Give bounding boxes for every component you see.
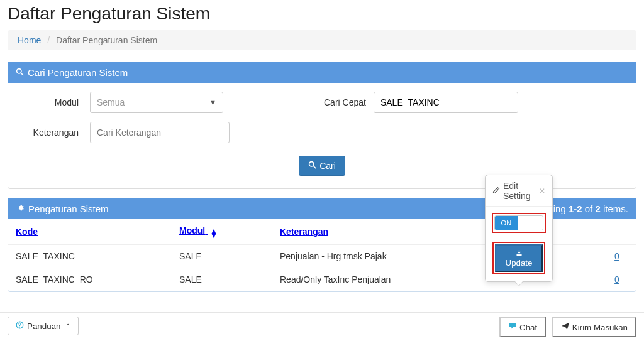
nilai-link[interactable]: 0	[614, 251, 619, 261]
edit-setting-popover: Edit Setting ✕ ON Update	[485, 175, 553, 282]
search-button[interactable]: Cari	[299, 156, 345, 176]
modul-select[interactable]: Semua ▼	[90, 92, 223, 113]
col-modul[interactable]: Modul ▲▼	[179, 225, 218, 235]
toggle-off-area	[518, 216, 543, 230]
cari-cepat-label: Cari Cepat	[324, 97, 374, 107]
cell-kode: SALE_TAXINC	[8, 245, 172, 268]
update-button[interactable]: Update	[495, 244, 543, 272]
search-panel-title: Cari Pengaturan Sistem	[28, 67, 128, 78]
chat-icon	[508, 323, 519, 332]
kirim-label: Kirim Masukan	[572, 323, 628, 332]
update-button-label: Update	[506, 258, 533, 268]
svg-point-2	[309, 162, 314, 166]
close-icon[interactable]: ✕	[539, 187, 545, 195]
chat-button[interactable]: Chat	[499, 317, 546, 337]
chat-label: Chat	[519, 323, 537, 332]
search-icon	[308, 161, 316, 171]
kirim-masukan-button[interactable]: Kirim Masukan	[552, 317, 636, 337]
search-icon	[16, 67, 24, 78]
search-button-label: Cari	[319, 161, 336, 171]
cell-modul: SALE	[172, 268, 272, 291]
panduan-label: Panduan	[27, 322, 60, 331]
popover-arrow	[514, 281, 523, 286]
bottom-bar: Panduan ⌃ Chat Kirim Masukan	[0, 312, 644, 341]
svg-line-1	[21, 73, 24, 76]
modul-label: Modul	[21, 97, 90, 107]
breadcrumb: Home / Daftar Pengaturan Sistem	[8, 30, 636, 50]
col-kode[interactable]: Kode	[16, 227, 38, 237]
breadcrumb-separator: /	[43, 35, 53, 45]
popover-title: Edit Setting	[503, 181, 539, 201]
search-panel: Cari Pengaturan Sistem Modul Semua ▼ Car…	[8, 62, 636, 189]
nilai-link[interactable]: 0	[614, 274, 619, 284]
paper-plane-icon	[561, 323, 572, 332]
panduan-button[interactable]: Panduan ⌃	[8, 317, 79, 335]
breadcrumb-current: Daftar Pengaturan Sistem	[56, 35, 157, 45]
update-highlight: Update	[492, 242, 545, 274]
cell-modul: SALE	[172, 245, 272, 268]
gears-icon	[16, 203, 25, 214]
pager-summary: wing 1-2 of 2 items.	[547, 203, 628, 214]
caret-down-icon: ▼	[204, 99, 216, 106]
edit-icon	[492, 186, 500, 196]
cell-kode: SALE_TAXINC_RO	[8, 268, 172, 291]
page-title: Daftar Pengaturan Sistem	[0, 0, 644, 30]
chevron-up-icon: ⌃	[64, 323, 70, 330]
download-icon	[516, 249, 523, 258]
cari-cepat-input[interactable]	[374, 92, 518, 113]
modul-selected-text: Semua	[97, 97, 125, 107]
svg-line-3	[314, 166, 316, 169]
col-keterangan[interactable]: Keterangan	[280, 227, 328, 237]
keterangan-label: Keterangan	[21, 127, 90, 138]
keterangan-input[interactable]	[90, 122, 230, 143]
breadcrumb-home-link[interactable]: Home	[18, 35, 41, 45]
help-icon	[16, 321, 24, 331]
on-off-toggle[interactable]: ON	[494, 215, 543, 230]
table-panel-title: Pengaturan Sistem	[28, 203, 109, 214]
toggle-highlight: ON	[492, 213, 546, 233]
sort-icon: ▲▼	[208, 229, 218, 238]
table-panel: Pengaturan Sistem wing 1-2 of 2 items. E…	[8, 198, 636, 292]
toggle-on-label: ON	[495, 216, 518, 230]
svg-point-0	[17, 69, 21, 73]
col-nilai	[598, 219, 636, 245]
search-panel-header: Cari Pengaturan Sistem	[8, 62, 636, 83]
